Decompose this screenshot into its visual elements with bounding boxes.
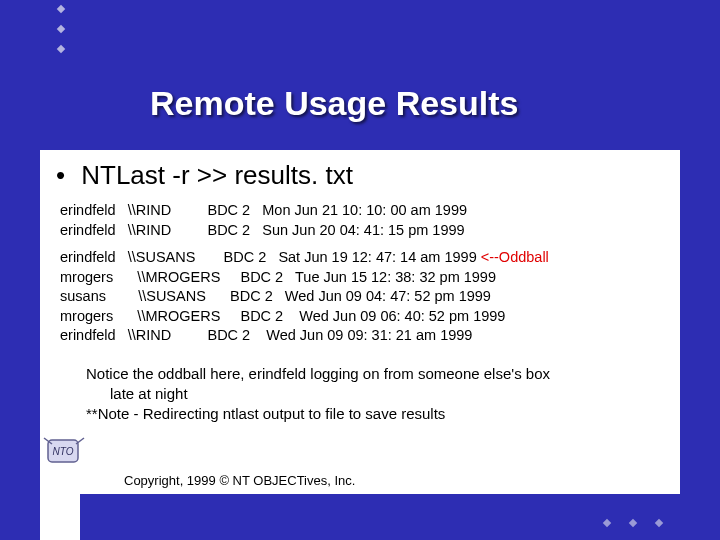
oddball-flag: <--Oddball bbox=[481, 249, 549, 265]
note-line-1: Notice the oddball here, erindfeld loggi… bbox=[86, 364, 664, 384]
result-row: susans \\SUSANS BDC 2 Wed Jun 09 04: 47:… bbox=[60, 287, 664, 307]
result-row: mrogers \\MROGERS BDC 2 Wed Jun 09 06: 4… bbox=[60, 307, 664, 327]
slide-body: • NTLast -r >> results. txt erindfeld \\… bbox=[40, 150, 680, 540]
decorative-top-dots bbox=[58, 6, 64, 52]
decorative-bottom-dots bbox=[604, 520, 662, 526]
result-row: erindfeld \\SUSANS BDC 2 Sat Jun 19 12: … bbox=[60, 248, 664, 268]
results-block: erindfeld \\RIND BDC 2 Mon Jun 21 10: 10… bbox=[60, 201, 664, 346]
result-row: erindfeld \\RIND BDC 2 Mon Jun 21 10: 10… bbox=[60, 201, 664, 221]
footer-bar bbox=[80, 494, 680, 540]
copyright-text: Copyright, 1999 © NT OBJECTives, Inc. bbox=[124, 473, 355, 488]
notes-block: Notice the oddball here, erindfeld loggi… bbox=[56, 364, 664, 425]
command-text: NTLast -r >> results. txt bbox=[81, 160, 353, 190]
slide-title: Remote Usage Results bbox=[150, 84, 720, 123]
command-line: • NTLast -r >> results. txt bbox=[56, 160, 664, 191]
note-line-3: **Note - Redirecting ntlast output to fi… bbox=[86, 404, 664, 424]
logo-text: NTO bbox=[53, 446, 74, 457]
result-row: mrogers \\MROGERS BDC 2 Tue Jun 15 12: 3… bbox=[60, 268, 664, 288]
note-line-2: late at night bbox=[86, 384, 664, 404]
result-row: erindfeld \\RIND BDC 2 Wed Jun 09 09: 31… bbox=[60, 326, 664, 346]
title-bar: Remote Usage Results bbox=[0, 70, 720, 139]
bullet-icon: • bbox=[56, 160, 74, 191]
nto-logo-icon: NTO bbox=[42, 434, 86, 470]
result-row: erindfeld \\RIND BDC 2 Sun Jun 20 04: 41… bbox=[60, 221, 664, 241]
